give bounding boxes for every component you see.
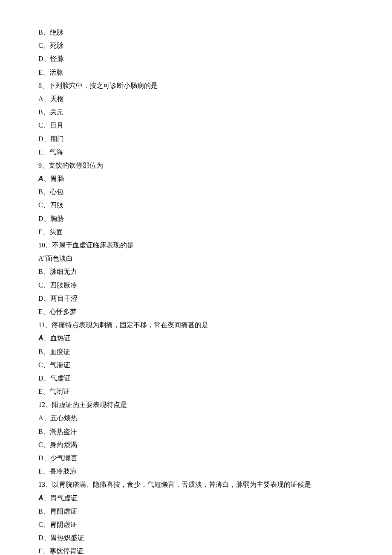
text-line: D、少气懒言: [38, 451, 354, 465]
text-line: E、畏冷肢凉: [38, 465, 354, 478]
text-line: 13、以胃脘痞满、隐痛喜按，食少，气短懒言，舌质淡，苔薄白，脉弱为主要表现的证候…: [38, 478, 354, 491]
text-line: 12、阳虚证的主要表现特点是: [38, 398, 354, 411]
text-line: A、胃肠: [38, 172, 354, 185]
text-line: A、胃气虚证: [38, 491, 354, 505]
text-line: D、怪脉: [38, 52, 354, 65]
option-prefix: A: [38, 175, 43, 182]
text-line: E、气闭证: [38, 385, 354, 398]
text-line: C、四肢: [38, 198, 354, 212]
text-line: B、心包: [38, 185, 354, 198]
option-prefix: A: [38, 494, 43, 502]
text-line: C、四肢厥冷: [38, 279, 354, 292]
text-line: B、绝脉: [38, 26, 354, 39]
text-line: D、两目干涩: [38, 292, 354, 305]
text-line: A、天枢: [38, 92, 354, 105]
text-line: A、血热证: [38, 331, 354, 345]
option-text: 、血热证: [43, 334, 71, 342]
text-line: Aˆ面色淡白: [38, 252, 354, 265]
text-line: E、头面: [38, 225, 354, 238]
text-line: D、胸胁: [38, 212, 354, 225]
text-line: A、五心烦热: [38, 411, 354, 424]
option-prefix: A: [38, 334, 43, 342]
text-line: 9、支饮的饮停部位为: [38, 159, 354, 172]
option-text: 、胃肠: [43, 175, 64, 182]
text-line: E、活脉: [38, 66, 354, 79]
text-line: E、心悸多梦: [38, 305, 354, 318]
text-line: B、胃阳虚证: [38, 505, 354, 518]
text-line: B、脉细无力: [38, 265, 354, 278]
text-line: C、胃阴虚证: [38, 518, 354, 531]
text-line: 10、不属于血虚证临床表现的是: [38, 238, 354, 252]
option-text: 、胃气虚证: [43, 494, 78, 502]
text-line: D、胃热炽盛证: [38, 531, 354, 544]
text-line: E、气海: [38, 145, 354, 159]
text-line: E、寒饮停胃证: [38, 544, 354, 555]
text-line: 11、疼痛特点表现为刺痛，固定不移，常在夜间痛甚的是: [38, 318, 354, 331]
text-line: D、期门: [38, 132, 354, 145]
text-line: C、日月: [38, 119, 354, 132]
text-line: B、潮热盗汗: [38, 425, 354, 438]
text-line: D、气虚证: [38, 372, 354, 385]
text-line: B、血瘀证: [38, 345, 354, 358]
text-line: C、死脉: [38, 39, 354, 52]
text-line: C、气滞证: [38, 358, 354, 372]
text-line: 8、下列脸穴中，按之可诊断小肠病的是: [38, 79, 354, 92]
document-content: B、绝脉C、死脉D、怪脉E、活脉8、下列脸穴中，按之可诊断小肠病的是A、天枢B、…: [38, 26, 354, 555]
text-line: B、关元: [38, 105, 354, 119]
text-line: C、身灼烦渴: [38, 438, 354, 451]
